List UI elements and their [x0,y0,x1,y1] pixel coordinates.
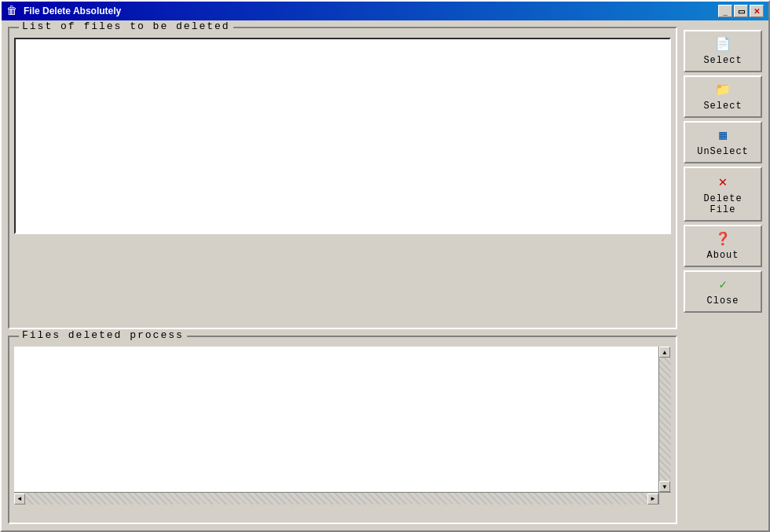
sidebar: 📄 Select 📁 Select ▦ UnSelect ✕ Delete Fi… [684,27,762,524]
window-body: List of files to be deleted Files delete… [2,20,768,530]
close-icon: ✓ [719,277,727,292]
delete-file-icon: ✕ [719,173,728,190]
process-scroll-container: ▲ ▼ [14,347,671,492]
main-window: 🗑 File Delete Absolutely _ ▭ ✕ List of f… [0,0,770,532]
app-icon: 🗑 [6,5,19,17]
scroll-up-button[interactable]: ▲ [659,347,670,358]
process-panel: Files deleted process ▲ ▼ [8,336,677,524]
title-bar: 🗑 File Delete Absolutely _ ▭ ✕ [2,2,768,20]
title-bar-left: 🗑 File Delete Absolutely [6,5,121,17]
scroll-left-button[interactable]: ◄ [14,493,25,504]
vertical-scrollbar[interactable]: ▲ ▼ [658,347,671,492]
about-icon: ❓ [715,231,731,247]
about-label: About [706,250,739,261]
main-content: List of files to be deleted Files delete… [8,27,677,524]
select-folder-button[interactable]: 📁 Select [684,75,762,118]
file-list-label: List of files to be deleted [19,20,233,32]
horizontal-scrollbar[interactable]: ◄ ► [14,492,658,504]
window-title: File Delete Absolutely [24,6,121,17]
minimize-button[interactable]: _ [718,5,732,17]
scroll-right-button[interactable]: ► [647,493,658,504]
unselect-button[interactable]: ▦ UnSelect [684,121,762,163]
scroll-down-button[interactable]: ▼ [659,481,670,492]
about-button[interactable]: ❓ About [684,225,762,267]
close-label: Close [706,295,739,306]
select-folder-label: Select [703,101,742,112]
select-file-label: Select [703,55,742,66]
scroll-corner [658,492,671,504]
file-list-box[interactable] [14,38,671,234]
process-area: ▲ ▼ ◄ ► [14,347,671,504]
process-label: Files deleted process [19,329,187,341]
close-window-button[interactable]: ✕ [750,5,764,17]
unselect-icon: ▦ [719,127,727,143]
file-list-panel: List of files to be deleted [8,27,677,329]
v-scroll-track[interactable] [659,358,671,481]
h-scroll-track[interactable] [25,493,647,504]
select-file-icon: 📄 [715,36,731,52]
select-file-button[interactable]: 📄 Select [684,30,762,72]
close-button[interactable]: ✓ Close [684,270,762,313]
title-bar-buttons: _ ▭ ✕ [718,5,764,17]
delete-file-button[interactable]: ✕ Delete File [684,167,762,222]
select-folder-icon: 📁 [715,82,731,97]
process-content-area[interactable] [14,347,671,492]
process-bottom-bar: ◄ ► [14,492,671,504]
unselect-label: UnSelect [697,146,749,157]
restore-button[interactable]: ▭ [734,5,748,17]
delete-file-label: Delete File [688,193,757,215]
